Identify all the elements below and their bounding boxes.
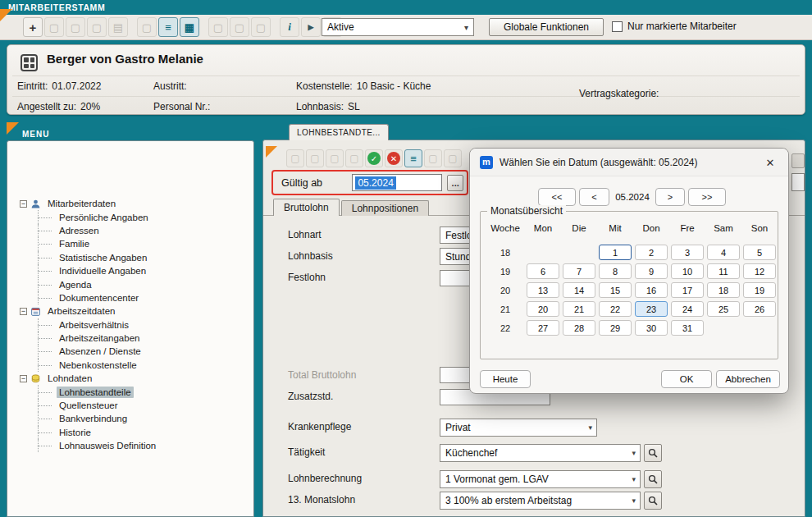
global-functions-button[interactable]: Globale Funktionen bbox=[489, 18, 604, 36]
day-button-27[interactable]: 27 bbox=[527, 320, 559, 336]
tool-button-10[interactable]: ▢ bbox=[230, 17, 249, 37]
day-button-23[interactable]: 23 bbox=[635, 301, 668, 317]
day-button-18[interactable]: 18 bbox=[707, 282, 740, 298]
day-button-14[interactable]: 14 bbox=[563, 282, 595, 298]
day-button-13[interactable]: 13 bbox=[527, 282, 559, 298]
sidebar-item-individuelle-angaben[interactable]: Individuelle Angaben bbox=[7, 264, 253, 277]
next-month-button[interactable]: > bbox=[655, 188, 685, 206]
expand-collapse-icon[interactable]: − bbox=[20, 375, 27, 382]
close-icon[interactable]: ✕ bbox=[752, 149, 788, 176]
day-button-29[interactable]: 29 bbox=[599, 320, 632, 336]
content-tool-1[interactable]: ▢ bbox=[286, 149, 304, 167]
tool-button-11[interactable]: ▢ bbox=[251, 17, 271, 37]
sidebar-item-absenzen-dienste[interactable]: Absenzen / Dienste bbox=[7, 345, 253, 358]
add-button[interactable]: + bbox=[23, 17, 43, 37]
gueltig-ab-input[interactable]: 05.2024 bbox=[352, 174, 442, 191]
sidebar-item-nebenkostenstelle[interactable]: Nebenkostenstelle bbox=[7, 359, 253, 372]
sidebar-item-arbeitszeitangaben[interactable]: Arbeitszeitangaben bbox=[7, 332, 253, 345]
sidebar-item-persönliche-angaben[interactable]: Persönliche Angaben bbox=[7, 210, 253, 223]
day-button-1[interactable]: 1 bbox=[599, 245, 632, 260]
taetigkeit-search-button[interactable] bbox=[644, 444, 662, 462]
day-button-24[interactable]: 24 bbox=[671, 301, 704, 317]
day-button-7[interactable]: 7 bbox=[563, 263, 595, 279]
day-button-6[interactable]: 6 bbox=[527, 263, 559, 279]
day-button-9[interactable]: 9 bbox=[635, 263, 668, 279]
day-button-16[interactable]: 16 bbox=[635, 282, 668, 298]
tool-button-9[interactable]: ▢ bbox=[208, 17, 228, 37]
day-button-20[interactable]: 20 bbox=[527, 301, 559, 317]
list-view-button[interactable]: ≡ bbox=[158, 17, 178, 37]
day-button-21[interactable]: 21 bbox=[563, 301, 595, 317]
day-button-25[interactable]: 25 bbox=[707, 301, 740, 317]
day-button-26[interactable]: 26 bbox=[743, 301, 776, 317]
day-button-30[interactable]: 30 bbox=[635, 320, 668, 336]
sidebar-item-statistische-angaben[interactable]: Statistische Angaben bbox=[7, 251, 253, 264]
monatslohn13-search-button[interactable] bbox=[644, 492, 662, 510]
sidebar-item-arbeitsverhältnis[interactable]: Arbeitsverhältnis bbox=[7, 318, 253, 332]
day-button-28[interactable]: 28 bbox=[563, 320, 595, 336]
confirm-button[interactable]: ✓ bbox=[365, 149, 383, 167]
sidebar-item-historie[interactable]: Historie bbox=[7, 426, 253, 439]
sidebar-item-bankverbindung[interactable]: Bankverbindung bbox=[7, 412, 253, 425]
today-button[interactable]: Heute bbox=[480, 370, 531, 388]
content-tool-9[interactable]: ▢ bbox=[444, 149, 462, 167]
last-month-button[interactable]: >> bbox=[688, 188, 726, 206]
day-button-17[interactable]: 17 bbox=[671, 282, 704, 298]
cancel-button[interactable]: Abbrechen bbox=[716, 370, 780, 388]
day-button-19[interactable]: 19 bbox=[743, 282, 776, 298]
content-tool-2[interactable]: ▢ bbox=[306, 149, 324, 167]
expand-collapse-icon[interactable]: − bbox=[20, 200, 27, 208]
marked-only-checkbox[interactable]: Nur markierte Mitarbeiter bbox=[612, 21, 737, 32]
prev-month-button[interactable]: < bbox=[579, 188, 609, 206]
day-button-4[interactable]: 4 bbox=[707, 245, 740, 260]
sidebar-item-adressen[interactable]: Adressen bbox=[7, 224, 253, 237]
lohnberechnung-dropdown[interactable]: 1 Vormonat gem. LGAV▾ bbox=[440, 470, 641, 488]
copy-button[interactable]: ▢ bbox=[44, 17, 64, 37]
date-picker-ellipsis-button[interactable]: ... bbox=[447, 175, 463, 191]
sidebar-item-lohnausweis-definition[interactable]: Lohnausweis Definition bbox=[7, 439, 253, 452]
print-button[interactable]: ▤ bbox=[108, 17, 128, 37]
day-button-22[interactable]: 22 bbox=[599, 301, 632, 317]
content-tool-3[interactable]: ▢ bbox=[326, 149, 344, 167]
field-value: 20% bbox=[80, 101, 100, 112]
day-button-10[interactable]: 10 bbox=[671, 263, 704, 279]
content-tool-4[interactable]: ▢ bbox=[345, 149, 363, 167]
sidebar-item-agenda[interactable]: Agenda bbox=[7, 277, 253, 291]
export-button[interactable]: ▢ bbox=[87, 17, 107, 37]
checkbox-icon[interactable] bbox=[612, 21, 623, 32]
list-view-button[interactable]: ≡ bbox=[404, 149, 422, 167]
taetigkeit-dropdown[interactable]: Küchenchef▾ bbox=[440, 444, 641, 462]
tab-lohnpositionen[interactable]: Lohnpositionen bbox=[341, 200, 429, 216]
discard-button[interactable]: ✕ bbox=[385, 149, 403, 167]
first-month-button[interactable]: << bbox=[538, 188, 576, 206]
day-button-5[interactable]: 5 bbox=[743, 245, 776, 260]
tab-bruttolohn[interactable]: Bruttolohn bbox=[273, 199, 340, 216]
delete-button[interactable]: ▢ bbox=[66, 17, 85, 37]
content-tool-8[interactable]: ▢ bbox=[424, 149, 442, 167]
sidebar-item-quellensteuer[interactable]: Quellensteuer bbox=[7, 399, 253, 412]
day-button-2[interactable]: 2 bbox=[635, 245, 668, 260]
day-button-31[interactable]: 31 bbox=[671, 320, 704, 336]
day-button-12[interactable]: 12 bbox=[743, 263, 776, 279]
day-button-11[interactable]: 11 bbox=[707, 263, 740, 279]
next-record-button[interactable]: ▶ bbox=[301, 17, 321, 37]
sidebar-item-familie[interactable]: Familie bbox=[7, 237, 253, 250]
day-button-8[interactable]: 8 bbox=[599, 263, 632, 279]
sidebar-item-arbeitszeitdaten[interactable]: −Arbeitszeitdaten bbox=[7, 304, 253, 318]
grid-view-button[interactable]: ▦ bbox=[180, 17, 199, 37]
tab-lohnbestandteile-window[interactable]: LOHNBESTANDTE... bbox=[289, 124, 389, 140]
sidebar-item-mitarbeiterdaten[interactable]: −Mitarbeiterdaten bbox=[7, 197, 253, 210]
filter-dropdown[interactable]: Aktive ▾ bbox=[322, 18, 474, 36]
ok-button[interactable]: OK bbox=[661, 370, 712, 388]
day-button-15[interactable]: 15 bbox=[599, 282, 632, 298]
lohnberechnung-search-button[interactable] bbox=[644, 470, 662, 488]
info-button[interactable]: i bbox=[280, 17, 299, 37]
monatslohn13-dropdown[interactable]: 3 100% ab erstem Arbeitstag▾ bbox=[440, 492, 641, 510]
krankenpflege-dropdown[interactable]: Privat▾ bbox=[440, 419, 597, 437]
sidebar-item-lohnbestandteile[interactable]: Lohnbestandteile bbox=[7, 385, 253, 398]
sidebar-item-lohndaten[interactable]: −Lohndaten bbox=[7, 372, 253, 385]
day-button-3[interactable]: 3 bbox=[671, 245, 704, 260]
search-button[interactable]: ▢ bbox=[137, 17, 157, 37]
expand-collapse-icon[interactable]: − bbox=[20, 308, 27, 315]
sidebar-item-dokumentencenter[interactable]: Dokumentencenter bbox=[7, 291, 253, 304]
